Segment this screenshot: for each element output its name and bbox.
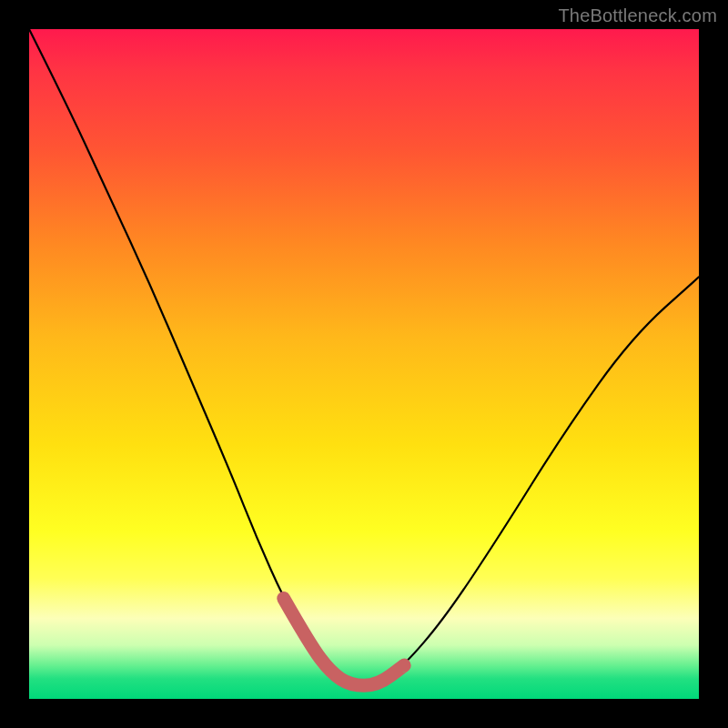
trough-highlight: [284, 599, 405, 686]
curve-svg: [29, 29, 699, 699]
watermark-text: TheBottleneck.com: [558, 5, 717, 26]
chart-frame: TheBottleneck.com: [0, 0, 728, 728]
plot-area: [29, 29, 699, 699]
v-curve-line: [29, 29, 699, 685]
